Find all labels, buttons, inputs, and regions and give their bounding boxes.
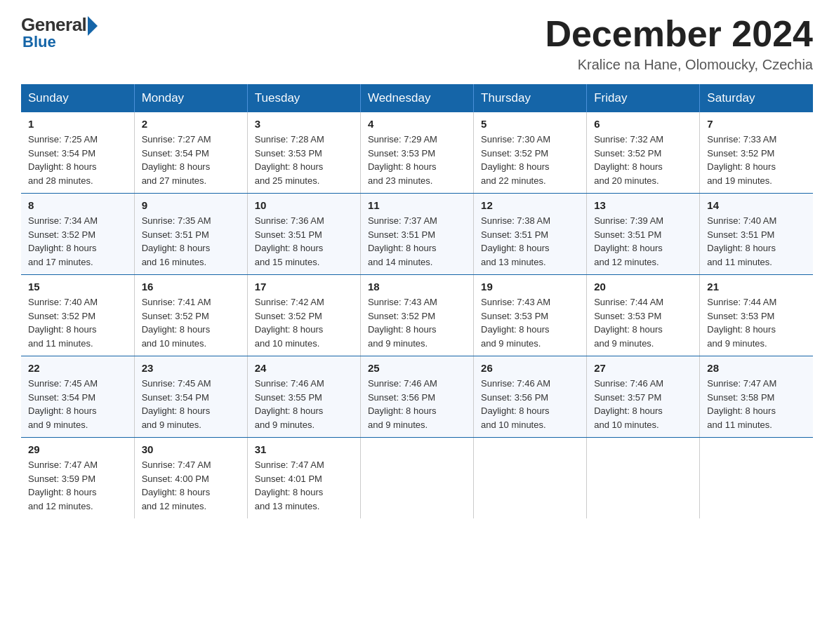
- day-of-week-header: Saturday: [700, 84, 813, 112]
- day-number: 17: [255, 281, 353, 293]
- day-detail: Sunrise: 7:44 AM Sunset: 3:53 PM Dayligh…: [594, 295, 692, 350]
- calendar-day-cell: 12 Sunrise: 7:38 AM Sunset: 3:51 PM Dayl…: [474, 194, 587, 275]
- day-detail: Sunrise: 7:47 AM Sunset: 3:59 PM Dayligh…: [28, 458, 127, 513]
- day-number: 24: [255, 362, 353, 374]
- day-detail: Sunrise: 7:29 AM Sunset: 3:53 PM Dayligh…: [368, 133, 466, 187]
- day-detail: Sunrise: 7:44 AM Sunset: 3:53 PM Dayligh…: [707, 295, 806, 350]
- day-number: 29: [28, 443, 127, 455]
- calendar-day-cell: 10 Sunrise: 7:36 AM Sunset: 3:51 PM Dayl…: [247, 194, 360, 275]
- calendar-day-cell: 3 Sunrise: 7:28 AM Sunset: 3:53 PM Dayli…: [247, 112, 360, 194]
- day-detail: Sunrise: 7:36 AM Sunset: 3:51 PM Dayligh…: [255, 214, 353, 269]
- day-number: 21: [707, 281, 806, 293]
- day-number: 22: [28, 362, 127, 374]
- calendar-day-cell: 31 Sunrise: 7:47 AM Sunset: 4:01 PM Dayl…: [247, 438, 360, 519]
- day-number: 7: [707, 118, 806, 130]
- calendar-day-cell: 27 Sunrise: 7:46 AM Sunset: 3:57 PM Dayl…: [587, 356, 700, 438]
- title-section: December 2024 Kralice na Hane, Olomoucky…: [545, 14, 813, 73]
- day-number: 28: [707, 362, 806, 374]
- calendar-day-cell: 13 Sunrise: 7:39 AM Sunset: 3:51 PM Dayl…: [587, 194, 700, 275]
- calendar-day-cell: 1 Sunrise: 7:25 AM Sunset: 3:54 PM Dayli…: [21, 112, 134, 194]
- calendar-day-cell: 16 Sunrise: 7:41 AM Sunset: 3:52 PM Dayl…: [134, 275, 247, 356]
- day-number: 3: [255, 118, 353, 130]
- day-number: 18: [368, 281, 466, 293]
- calendar-day-cell: 9 Sunrise: 7:35 AM Sunset: 3:51 PM Dayli…: [134, 194, 247, 275]
- day-detail: Sunrise: 7:47 AM Sunset: 4:00 PM Dayligh…: [142, 458, 240, 513]
- calendar-day-cell: 7 Sunrise: 7:33 AM Sunset: 3:52 PM Dayli…: [700, 112, 813, 194]
- calendar-day-cell: 28 Sunrise: 7:47 AM Sunset: 3:58 PM Dayl…: [700, 356, 813, 438]
- day-of-week-header: Tuesday: [247, 84, 360, 112]
- day-detail: Sunrise: 7:43 AM Sunset: 3:53 PM Dayligh…: [481, 295, 579, 350]
- calendar-table: SundayMondayTuesdayWednesdayThursdayFrid…: [21, 84, 813, 518]
- day-number: 1: [28, 118, 127, 130]
- calendar-day-cell: 25 Sunrise: 7:46 AM Sunset: 3:56 PM Dayl…: [360, 356, 473, 438]
- day-number: 20: [594, 281, 692, 293]
- logo: General Blue: [21, 14, 98, 51]
- day-number: 26: [481, 362, 579, 374]
- calendar-day-cell: 5 Sunrise: 7:30 AM Sunset: 3:52 PM Dayli…: [474, 112, 587, 194]
- calendar-week-row: 29 Sunrise: 7:47 AM Sunset: 3:59 PM Dayl…: [21, 438, 813, 519]
- day-number: 19: [481, 281, 579, 293]
- day-number: 25: [368, 362, 466, 374]
- calendar-day-cell: 30 Sunrise: 7:47 AM Sunset: 4:00 PM Dayl…: [134, 438, 247, 519]
- calendar-day-cell: 17 Sunrise: 7:42 AM Sunset: 3:52 PM Dayl…: [247, 275, 360, 356]
- day-detail: Sunrise: 7:25 AM Sunset: 3:54 PM Dayligh…: [28, 133, 127, 187]
- day-number: 8: [28, 199, 127, 211]
- calendar-day-cell: 15 Sunrise: 7:40 AM Sunset: 3:52 PM Dayl…: [21, 275, 134, 356]
- day-number: 6: [594, 118, 692, 130]
- month-title: December 2024: [545, 14, 813, 54]
- day-detail: Sunrise: 7:37 AM Sunset: 3:51 PM Dayligh…: [368, 214, 466, 269]
- calendar-day-cell: 4 Sunrise: 7:29 AM Sunset: 3:53 PM Dayli…: [360, 112, 473, 194]
- day-of-week-header: Monday: [134, 84, 247, 112]
- day-number: 14: [707, 199, 806, 211]
- calendar-day-cell: [700, 438, 813, 519]
- day-number: 11: [368, 199, 466, 211]
- calendar-day-cell: 26 Sunrise: 7:46 AM Sunset: 3:56 PM Dayl…: [474, 356, 587, 438]
- day-number: 31: [255, 443, 353, 455]
- day-of-week-header: Sunday: [21, 84, 134, 112]
- day-number: 16: [142, 281, 240, 293]
- logo-blue-text: Blue: [22, 33, 56, 51]
- day-number: 4: [368, 118, 466, 130]
- calendar-day-cell: 2 Sunrise: 7:27 AM Sunset: 3:54 PM Dayli…: [134, 112, 247, 194]
- day-number: 10: [255, 199, 353, 211]
- day-number: 27: [594, 362, 692, 374]
- day-detail: Sunrise: 7:38 AM Sunset: 3:51 PM Dayligh…: [481, 214, 579, 269]
- logo-arrow-icon: [88, 16, 98, 36]
- day-detail: Sunrise: 7:35 AM Sunset: 3:51 PM Dayligh…: [142, 214, 240, 269]
- day-detail: Sunrise: 7:43 AM Sunset: 3:52 PM Dayligh…: [368, 295, 466, 350]
- calendar-day-cell: [360, 438, 473, 519]
- day-of-week-header: Friday: [587, 84, 700, 112]
- calendar-day-cell: 8 Sunrise: 7:34 AM Sunset: 3:52 PM Dayli…: [21, 194, 134, 275]
- day-detail: Sunrise: 7:27 AM Sunset: 3:54 PM Dayligh…: [142, 133, 240, 187]
- calendar-week-row: 22 Sunrise: 7:45 AM Sunset: 3:54 PM Dayl…: [21, 356, 813, 438]
- day-detail: Sunrise: 7:30 AM Sunset: 3:52 PM Dayligh…: [481, 133, 579, 187]
- day-detail: Sunrise: 7:46 AM Sunset: 3:56 PM Dayligh…: [368, 377, 466, 431]
- calendar-day-cell: 14 Sunrise: 7:40 AM Sunset: 3:51 PM Dayl…: [700, 194, 813, 275]
- calendar-week-row: 15 Sunrise: 7:40 AM Sunset: 3:52 PM Dayl…: [21, 275, 813, 356]
- day-detail: Sunrise: 7:45 AM Sunset: 3:54 PM Dayligh…: [142, 377, 240, 431]
- day-of-week-header: Thursday: [474, 84, 587, 112]
- day-detail: Sunrise: 7:46 AM Sunset: 3:57 PM Dayligh…: [594, 377, 692, 431]
- page-header: General Blue December 2024 Kralice na Ha…: [21, 14, 813, 73]
- day-detail: Sunrise: 7:47 AM Sunset: 4:01 PM Dayligh…: [255, 458, 353, 513]
- day-detail: Sunrise: 7:39 AM Sunset: 3:51 PM Dayligh…: [594, 214, 692, 269]
- calendar-day-cell: [474, 438, 587, 519]
- calendar-day-cell: 24 Sunrise: 7:46 AM Sunset: 3:55 PM Dayl…: [247, 356, 360, 438]
- day-number: 23: [142, 362, 240, 374]
- day-detail: Sunrise: 7:42 AM Sunset: 3:52 PM Dayligh…: [255, 295, 353, 350]
- day-detail: Sunrise: 7:40 AM Sunset: 3:52 PM Dayligh…: [28, 295, 127, 350]
- calendar-day-cell: 20 Sunrise: 7:44 AM Sunset: 3:53 PM Dayl…: [587, 275, 700, 356]
- calendar-day-cell: [587, 438, 700, 519]
- day-detail: Sunrise: 7:46 AM Sunset: 3:55 PM Dayligh…: [255, 377, 353, 431]
- calendar-day-cell: 6 Sunrise: 7:32 AM Sunset: 3:52 PM Dayli…: [587, 112, 700, 194]
- calendar-day-cell: 18 Sunrise: 7:43 AM Sunset: 3:52 PM Dayl…: [360, 275, 473, 356]
- day-number: 12: [481, 199, 579, 211]
- calendar-day-cell: 22 Sunrise: 7:45 AM Sunset: 3:54 PM Dayl…: [21, 356, 134, 438]
- location-subtitle: Kralice na Hane, Olomoucky, Czechia: [545, 57, 813, 73]
- calendar-day-cell: 21 Sunrise: 7:44 AM Sunset: 3:53 PM Dayl…: [700, 275, 813, 356]
- day-detail: Sunrise: 7:32 AM Sunset: 3:52 PM Dayligh…: [594, 133, 692, 187]
- day-detail: Sunrise: 7:34 AM Sunset: 3:52 PM Dayligh…: [28, 214, 127, 269]
- day-detail: Sunrise: 7:45 AM Sunset: 3:54 PM Dayligh…: [28, 377, 127, 431]
- calendar-day-cell: 23 Sunrise: 7:45 AM Sunset: 3:54 PM Dayl…: [134, 356, 247, 438]
- day-number: 5: [481, 118, 579, 130]
